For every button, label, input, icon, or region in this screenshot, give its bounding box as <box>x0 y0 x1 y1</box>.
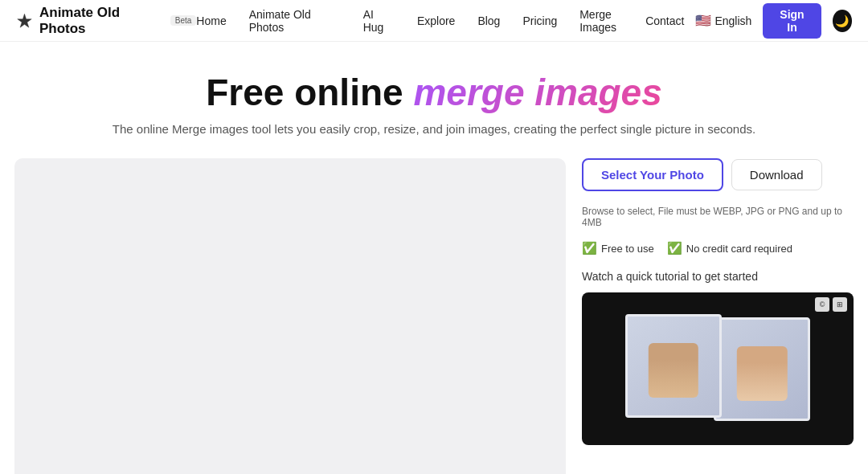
logo-text: Animate Old Photos <box>39 5 164 37</box>
hero-subtitle: The online Merge images tool lets you ea… <box>113 122 755 136</box>
select-photo-button[interactable]: Select Your Photo <box>582 158 723 191</box>
nav-animate[interactable]: Animate Old Photos <box>249 8 341 34</box>
check-icon-2: ✅ <box>667 241 682 255</box>
overlay-icons: © ⊞ <box>815 297 847 312</box>
signin-button[interactable]: Sign In <box>763 3 821 39</box>
logo: Animate Old Photos Beta <box>16 5 196 37</box>
flag-icon: 🇺🇸 <box>695 13 711 28</box>
upload-canvas[interactable] <box>14 158 566 474</box>
badge-free-label: Free to use <box>601 243 654 255</box>
nav-pricing[interactable]: Pricing <box>522 14 557 27</box>
tutorial-content <box>625 308 810 430</box>
hero-title-prefix: Free online <box>206 72 413 113</box>
content-row: Select Your Photo Download Browse to sel… <box>0 158 868 474</box>
photo-back <box>714 317 810 421</box>
right-panel: Select Your Photo Download Browse to sel… <box>582 158 854 474</box>
language-selector[interactable]: 🇺🇸 English <box>695 13 751 28</box>
dark-mode-toggle[interactable]: 🌙 <box>833 10 852 32</box>
nav-right: Contact 🇺🇸 English Sign In 🌙 <box>645 3 852 39</box>
icon-b: ⊞ <box>833 297 847 312</box>
moon-icon: 🌙 <box>835 14 849 27</box>
logo-icon <box>16 12 33 30</box>
hero-title: Free online merge images <box>206 71 662 114</box>
nav-ai-hug[interactable]: AI Hug <box>363 8 395 34</box>
nav-home[interactable]: Home <box>196 14 226 27</box>
nav-links: Home Animate Old Photos AI Hug Explore B… <box>196 8 645 34</box>
icon-c: © <box>815 297 829 312</box>
logo-beta: Beta <box>170 15 197 26</box>
nav-explore[interactable]: Explore <box>417 14 455 27</box>
check-icon-1: ✅ <box>582 241 597 255</box>
contact-link[interactable]: Contact <box>645 14 684 27</box>
download-button[interactable]: Download <box>731 159 822 190</box>
badge-no-card-label: No credit card required <box>686 243 792 255</box>
badges: ✅ Free to use ✅ No credit card required <box>582 241 854 255</box>
navbar: Animate Old Photos Beta Home Animate Old… <box>0 0 868 42</box>
tutorial-label: Watch a quick tutorial to get started <box>582 270 854 283</box>
hero-title-gradient: merge images <box>413 72 661 113</box>
tutorial-video[interactable]: © ⊞ <box>582 292 854 445</box>
file-hint: Browse to select, File must be WEBP, JPG… <box>582 206 854 228</box>
hero-heading: Free online merge images <box>206 71 662 122</box>
action-buttons: Select Your Photo Download <box>582 158 854 191</box>
badge-no-card: ✅ No credit card required <box>667 241 792 255</box>
badge-free: ✅ Free to use <box>582 241 654 255</box>
language-label: English <box>714 14 751 27</box>
nav-merge[interactable]: Merge Images <box>579 8 645 34</box>
main-content: Free online merge images The online Merg… <box>0 42 868 474</box>
photo-front <box>625 314 722 418</box>
nav-blog[interactable]: Blog <box>477 14 500 27</box>
